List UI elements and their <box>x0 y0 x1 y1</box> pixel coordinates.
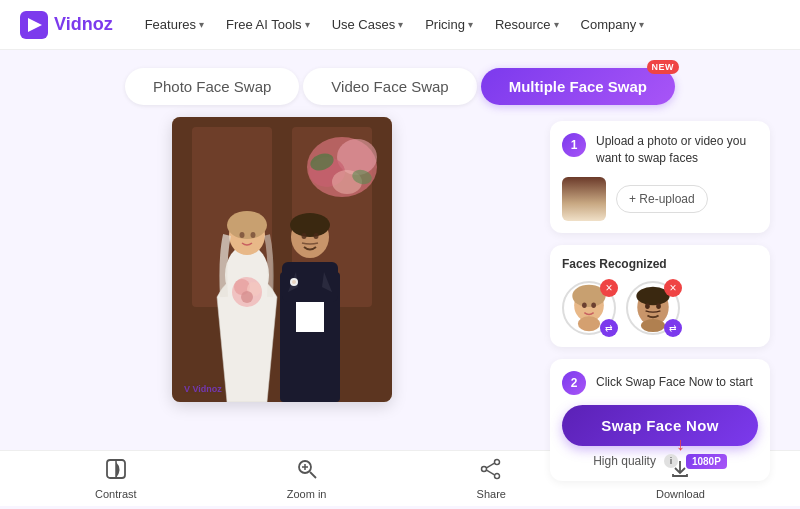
svg-line-50 <box>487 470 495 475</box>
svg-point-13 <box>227 211 267 239</box>
share-label: Share <box>477 488 506 500</box>
step2-header: 2 Click Swap Face Now to start <box>562 371 758 395</box>
toolbar-contrast[interactable]: Contrast <box>79 454 153 504</box>
zoom-icon <box>296 458 318 485</box>
svg-point-48 <box>495 473 500 478</box>
tab-multiple[interactable]: Multiple Face Swap NEW <box>481 68 675 105</box>
step1-header: 1 Upload a photo or video you want to sw… <box>562 133 758 167</box>
svg-point-15 <box>251 232 256 238</box>
toolbar-download[interactable]: ↓ Download <box>640 454 721 504</box>
swap-face-now-button[interactable]: Swap Face Now <box>562 405 758 446</box>
nav-items: Features ▾ Free AI Tools ▾ Use Cases ▾ P… <box>137 11 780 38</box>
svg-point-34 <box>578 316 600 331</box>
step1-badge: 1 <box>562 133 586 157</box>
logo-icon <box>20 11 48 39</box>
toolbar-zoom[interactable]: Zoom in <box>271 454 343 504</box>
face2-remove-button[interactable]: × <box>664 279 682 297</box>
tabs-row: Photo Face Swap Video Face Swap Multiple… <box>0 50 800 117</box>
svg-point-33 <box>591 302 596 308</box>
contrast-icon <box>105 458 127 485</box>
contrast-label: Contrast <box>95 488 137 500</box>
share-icon <box>480 458 502 485</box>
face-thumb-2: × ⇄ <box>626 281 680 335</box>
nav-free-ai[interactable]: Free AI Tools ▾ <box>218 11 318 38</box>
face-thumb-1: × ⇄ <box>562 281 616 335</box>
svg-point-24 <box>292 280 296 284</box>
thumb-inner <box>562 177 606 221</box>
tab-video[interactable]: Video Face Swap <box>303 68 476 105</box>
svg-point-37 <box>645 303 650 309</box>
svg-text:V Vidnoz: V Vidnoz <box>184 384 222 394</box>
step1-section: 1 Upload a photo or video you want to sw… <box>550 121 770 233</box>
face1-swap-icon[interactable]: ⇄ <box>600 319 618 337</box>
svg-point-26 <box>290 213 330 237</box>
new-badge: NEW <box>647 60 680 74</box>
chevron-down-icon: ▾ <box>554 19 559 30</box>
download-icon <box>669 458 691 485</box>
zoom-label: Zoom in <box>287 488 327 500</box>
svg-line-43 <box>310 472 316 478</box>
face1-remove-button[interactable]: × <box>600 279 618 297</box>
nav-features[interactable]: Features ▾ <box>137 11 212 38</box>
chevron-down-icon: ▾ <box>199 19 204 30</box>
nav-company[interactable]: Company ▾ <box>573 11 653 38</box>
faces-label: Faces Recognized <box>562 257 758 271</box>
step1-text: Upload a photo or video you want to swap… <box>596 133 758 167</box>
svg-point-46 <box>495 459 500 464</box>
reupload-button[interactable]: + Re-upload <box>616 185 708 213</box>
svg-point-39 <box>641 319 665 332</box>
bottom-toolbar: Contrast Zoom in Share ↓ <box>0 450 800 506</box>
image-area: V Vidnoz <box>30 117 534 450</box>
chevron-down-icon: ▾ <box>398 19 403 30</box>
red-arrow-icon: ↓ <box>676 434 685 455</box>
chevron-down-icon: ▾ <box>468 19 473 30</box>
nav-pricing[interactable]: Pricing ▾ <box>417 11 481 38</box>
uploaded-thumb <box>562 177 606 221</box>
face2-swap-icon[interactable]: ⇄ <box>664 319 682 337</box>
svg-point-38 <box>656 303 661 309</box>
faces-section: Faces Recognized × <box>550 245 770 347</box>
svg-point-14 <box>240 232 245 238</box>
toolbar-share[interactable]: Share <box>461 454 522 504</box>
chevron-down-icon: ▾ <box>639 19 644 30</box>
chevron-down-icon: ▾ <box>305 19 310 30</box>
download-label: Download <box>656 488 705 500</box>
svg-point-27 <box>302 233 307 239</box>
step2-text: Click Swap Face Now to start <box>596 374 753 391</box>
wedding-svg: V Vidnoz <box>172 117 392 402</box>
main-content: V Vidnoz 1 Upload a photo or video you w… <box>0 117 800 450</box>
svg-point-47 <box>482 466 487 471</box>
logo-text: Vidnoz <box>54 14 113 35</box>
tab-photo[interactable]: Photo Face Swap <box>125 68 299 105</box>
svg-line-49 <box>487 463 495 468</box>
faces-row: × ⇄ <box>562 281 758 335</box>
navbar: Vidnoz Features ▾ Free AI Tools ▾ Use Ca… <box>0 0 800 50</box>
svg-point-19 <box>241 291 253 303</box>
nav-use-cases[interactable]: Use Cases ▾ <box>324 11 412 38</box>
svg-point-28 <box>314 233 319 239</box>
upload-row: + Re-upload <box>562 177 758 221</box>
step2-badge: 2 <box>562 371 586 395</box>
right-panel: 1 Upload a photo or video you want to sw… <box>550 117 770 450</box>
nav-resource[interactable]: Resource ▾ <box>487 11 567 38</box>
logo[interactable]: Vidnoz <box>20 11 113 39</box>
svg-point-32 <box>582 302 587 308</box>
preview-image: V Vidnoz <box>172 117 392 402</box>
